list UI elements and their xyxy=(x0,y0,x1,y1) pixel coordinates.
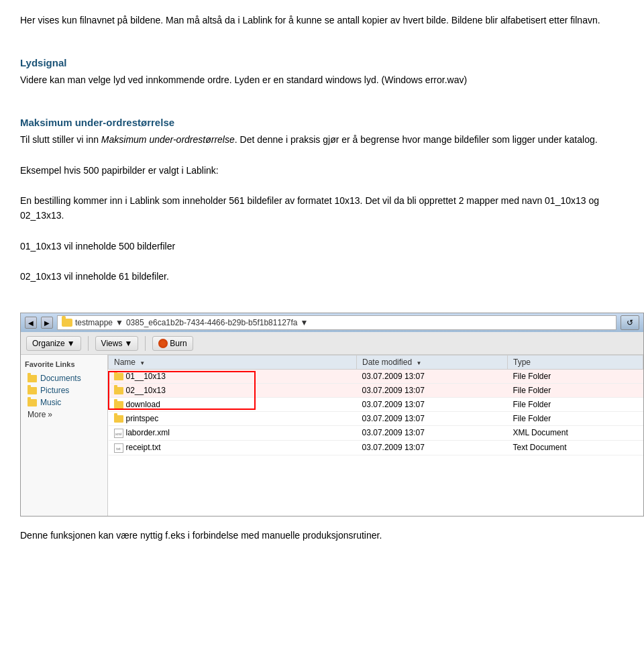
folder-icon xyxy=(114,415,123,423)
file-type-cell: File Folder xyxy=(507,384,643,398)
folder-icon xyxy=(114,373,123,380)
file-name-cell: txtreceipt.txt xyxy=(109,440,357,455)
explorer-file-list: Name ▼ Date modified ▼ Type xyxy=(108,355,643,516)
file-name-cell: 02__10x13 xyxy=(109,384,357,398)
maksimum-body1-italic: Maksimum under-ordrestørrelse xyxy=(101,134,235,145)
txt-icon: txt xyxy=(114,443,123,453)
organize-label: Organize xyxy=(32,339,65,348)
file-name-text: 01__10x13 xyxy=(126,372,166,381)
table-row[interactable]: 01__10x1303.07.2009 13:07File Folder xyxy=(109,370,643,384)
sidebar-more-button[interactable]: More » xyxy=(25,409,103,421)
maksimum-body1-suffix: . Det denne i praksis gjør er å begrense… xyxy=(235,134,598,145)
path-arrow1: ▼ xyxy=(115,318,123,327)
toolbar-divider1 xyxy=(88,336,89,351)
explorer-toolbar: Organize ▼ Views ▼ Burn xyxy=(21,332,643,355)
back-button[interactable]: ◀ xyxy=(25,317,37,329)
table-row[interactable]: printspec03.07.2009 13:07File Folder xyxy=(109,412,643,426)
table-row[interactable]: xmllaborder.xml03.07.2009 13:07XML Docum… xyxy=(109,426,643,441)
file-table-wrapper: Name ▼ Date modified ▼ Type xyxy=(108,355,643,455)
file-table: Name ▼ Date modified ▼ Type xyxy=(108,355,643,455)
maksimum-body5: 02_10x13 vil inneholde 61 bildefiler. xyxy=(20,270,624,284)
file-type-cell: File Folder xyxy=(507,398,643,412)
table-row[interactable]: download03.07.2009 13:07File Folder xyxy=(109,398,643,412)
explorer-window: ◀ ▶ testmappe ▼ 0385_e6ca1b2b-7434-4466-… xyxy=(20,313,644,517)
file-name-cell: 01__10x13 xyxy=(109,370,357,384)
views-button[interactable]: Views ▼ xyxy=(95,336,139,351)
column-name-label: Name xyxy=(114,358,136,367)
path-arrow2: ▼ xyxy=(301,318,309,327)
xml-icon: xml xyxy=(114,429,123,438)
file-name-text: receipt.txt xyxy=(126,443,161,452)
file-date-cell: 03.07.2009 13:07 xyxy=(357,412,508,426)
folder-icon xyxy=(28,399,37,406)
maksimum-body1-prefix: Til slutt stiller vi inn xyxy=(20,134,101,145)
file-date-cell: 03.07.2009 13:07 xyxy=(357,370,508,384)
views-arrow-icon: ▼ xyxy=(124,339,132,348)
burn-icon xyxy=(158,339,168,348)
file-type-cell: Text Document xyxy=(507,440,643,455)
file-name-text: 02__10x13 xyxy=(126,386,166,395)
views-label: Views xyxy=(101,339,123,348)
toolbar-divider2 xyxy=(145,336,146,351)
organize-button[interactable]: Organize ▼ xyxy=(26,336,81,351)
intro-paragraph: Her vises kun filnavnet på bildene. Man … xyxy=(20,13,624,28)
file-name-text: printspec xyxy=(126,414,159,423)
sidebar-item-documents[interactable]: Documents xyxy=(25,372,103,384)
sidebar-music-label: Music xyxy=(40,398,61,407)
file-name-text: laborder.xml xyxy=(126,428,170,437)
more-chevron-icon: » xyxy=(48,410,52,419)
lydsignal-body: Videre kan man velge lyd ved innkommende… xyxy=(20,73,624,88)
explorer-titlebar: ◀ ▶ testmappe ▼ 0385_e6ca1b2b-7434-4466-… xyxy=(21,313,643,332)
column-name[interactable]: Name ▼ xyxy=(109,356,357,370)
more-label: More xyxy=(28,410,46,419)
maksimum-body1: Til slutt stiller vi inn Maksimum under-… xyxy=(20,133,624,148)
file-type-cell: File Folder xyxy=(507,412,643,426)
file-name-cell: xmllaborder.xml xyxy=(109,426,357,441)
address-bar[interactable]: testmappe ▼ 0385_e6ca1b2b-7434-4466-b29b… xyxy=(57,315,616,330)
folder-icon xyxy=(28,375,37,382)
column-type[interactable]: Type xyxy=(507,356,643,370)
file-date-cell: 03.07.2009 13:07 xyxy=(357,440,508,455)
sidebar-heading: Favorite Links xyxy=(25,360,103,368)
path-guid: 0385_e6ca1b2b-7434-4466-b29b-b5f1b81127f… xyxy=(126,318,298,327)
column-date[interactable]: Date modified ▼ xyxy=(357,356,508,370)
column-type-label: Type xyxy=(513,358,531,367)
forward-button[interactable]: ▶ xyxy=(41,317,53,329)
refresh-button[interactable]: ↺ xyxy=(621,315,639,330)
folder-icon xyxy=(114,401,123,409)
sidebar-pictures-label: Pictures xyxy=(40,386,69,395)
lydsignal-heading: Lydsignal xyxy=(20,55,624,70)
file-name-cell: download xyxy=(109,398,357,412)
folder-icon xyxy=(28,387,37,394)
maksimum-body4: 01_10x13 vil inneholde 500 bilderfiler xyxy=(20,239,624,254)
burn-button[interactable]: Burn xyxy=(152,336,193,351)
folder-icon xyxy=(62,319,72,327)
maksimum-heading: Maksimum under-ordrestørrelse xyxy=(20,115,624,130)
file-type-cell: XML Document xyxy=(507,426,643,441)
path-folder: testmappe xyxy=(75,318,113,327)
sidebar-item-pictures[interactable]: Pictures xyxy=(25,384,103,396)
maksimum-body3: En bestilling kommer inn i Lablink som i… xyxy=(20,194,624,223)
folder-icon xyxy=(114,387,123,394)
footer-text: Denne funksjonen kan være nyttig f.eks i… xyxy=(20,529,624,543)
explorer-body: Favorite Links Documents Pictures Music … xyxy=(21,355,643,516)
file-name-cell: printspec xyxy=(109,412,357,426)
sort-arrow-icon: ▼ xyxy=(140,360,145,366)
file-date-cell: 03.07.2009 13:07 xyxy=(357,426,508,441)
file-type-cell: File Folder xyxy=(507,370,643,384)
sort-arrow-icon2: ▼ xyxy=(416,360,421,366)
table-row[interactable]: txtreceipt.txt03.07.2009 13:07Text Docum… xyxy=(109,440,643,455)
sidebar-documents-label: Documents xyxy=(40,374,81,383)
file-date-cell: 03.07.2009 13:07 xyxy=(357,398,508,412)
burn-label: Burn xyxy=(170,339,186,348)
table-row[interactable]: 02__10x1303.07.2009 13:07File Folder xyxy=(109,384,643,398)
file-date-cell: 03.07.2009 13:07 xyxy=(357,384,508,398)
column-date-label: Date modified xyxy=(362,358,412,367)
maksimum-body2: Eksempel hvis 500 papirbilder er valgt i… xyxy=(20,164,624,178)
organize-arrow-icon: ▼ xyxy=(67,339,75,348)
file-name-text: download xyxy=(126,400,160,409)
explorer-sidebar: Favorite Links Documents Pictures Music … xyxy=(21,355,108,516)
maksimum-heading-text: Maksimum under-ordrestørrelse xyxy=(20,117,174,128)
sidebar-item-music[interactable]: Music xyxy=(25,396,103,409)
